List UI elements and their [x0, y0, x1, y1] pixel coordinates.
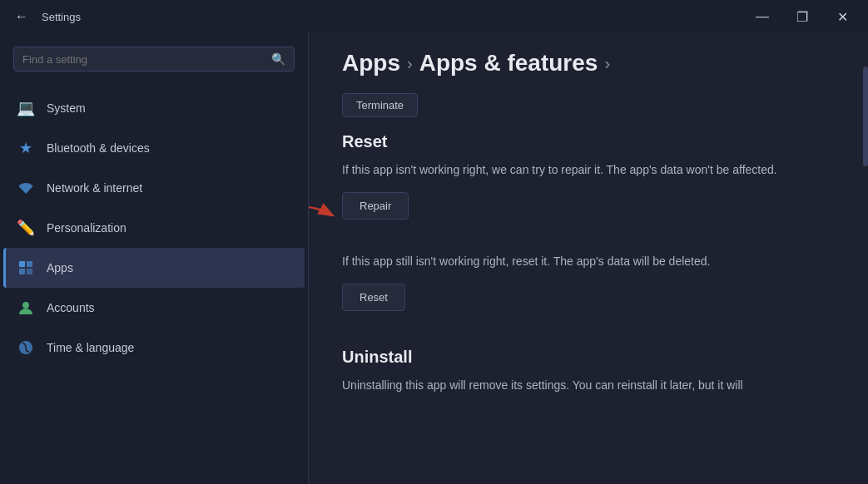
app-container: 🔍 💻 System ★ Bluetooth & devices Network…	[0, 33, 868, 484]
sidebar-item-system[interactable]: 💻 System	[3, 88, 305, 128]
sidebar-item-label-bluetooth: Bluetooth & devices	[47, 141, 150, 155]
sidebar-item-accounts[interactable]: Accounts	[3, 288, 305, 328]
reset-heading: Reset	[342, 132, 830, 151]
sidebar-item-label-personalization: Personalization	[47, 221, 126, 235]
sidebar-item-label-system: System	[47, 101, 86, 115]
minimize-icon: —	[756, 9, 769, 24]
back-button[interactable]: ←	[10, 5, 33, 28]
sidebar-item-label-apps: Apps	[47, 261, 73, 274]
maximize-button[interactable]: ❐	[783, 3, 821, 30]
reset-desc1: If this app isn't working right, we can …	[342, 161, 830, 179]
time-icon	[17, 338, 35, 357]
search-box[interactable]: 🔍	[13, 47, 295, 72]
sidebar-item-time[interactable]: Time & language	[3, 328, 305, 368]
uninstall-heading: Uninstall	[342, 348, 830, 367]
terminate-button[interactable]: Terminate	[342, 93, 418, 117]
apps-icon	[17, 259, 35, 277]
search-icon: 🔍	[271, 52, 285, 66]
titlebar-left: ← Settings	[10, 5, 81, 28]
sidebar-item-label-network: Network & internet	[47, 181, 142, 195]
repair-arrow-icon	[309, 203, 338, 226]
scrollbar-thumb[interactable]	[863, 67, 868, 166]
svg-rect-3	[27, 269, 32, 274]
titlebar-controls: — ❐ ✕	[743, 3, 861, 30]
repair-row: Repair	[342, 192, 830, 236]
breadcrumb-arrow: ›	[407, 54, 413, 73]
sidebar-item-bluetooth[interactable]: ★ Bluetooth & devices	[3, 128, 305, 168]
svg-rect-2	[19, 269, 25, 274]
system-icon: 💻	[17, 99, 35, 117]
search-input[interactable]	[22, 53, 265, 66]
scrollbar-track[interactable]	[863, 33, 868, 484]
terminate-area: Terminate	[342, 93, 830, 117]
bluetooth-icon: ★	[17, 139, 35, 157]
svg-point-4	[22, 302, 29, 309]
titlebar-title: Settings	[42, 11, 81, 23]
breadcrumb-arrow2: ›	[604, 54, 610, 73]
minimize-button[interactable]: —	[743, 3, 781, 30]
uninstall-section: Uninstall Uninstalling this app will rem…	[342, 348, 830, 394]
breadcrumb-parent[interactable]: Apps	[342, 50, 400, 77]
sidebar-item-network[interactable]: Network & internet	[3, 168, 305, 208]
reset-section: Reset If this app isn't working right, w…	[342, 132, 830, 328]
breadcrumb: Apps › Apps & features ›	[342, 33, 830, 93]
breadcrumb-child: Apps & features	[419, 50, 598, 77]
maximize-icon: ❐	[796, 9, 808, 25]
main-content: Apps › Apps & features › Terminate Reset…	[309, 33, 863, 484]
network-icon	[17, 179, 35, 197]
uninstall-desc: Uninstalling this app will remove its se…	[342, 377, 830, 394]
accounts-icon	[17, 299, 35, 317]
sidebar-item-apps[interactable]: Apps	[3, 248, 305, 288]
reset-desc2: If this app still isn't working right, r…	[342, 253, 830, 270]
sidebar-item-label-accounts: Accounts	[47, 301, 95, 314]
personalization-icon: ✏️	[17, 219, 35, 237]
close-button[interactable]: ✕	[823, 3, 861, 30]
sidebar: 🔍 💻 System ★ Bluetooth & devices Network…	[0, 33, 308, 484]
titlebar: ← Settings — ❐ ✕	[0, 0, 868, 33]
close-icon: ✕	[837, 9, 848, 25]
sidebar-item-personalization[interactable]: ✏️ Personalization	[3, 208, 305, 248]
svg-rect-1	[27, 261, 32, 267]
svg-rect-0	[19, 261, 25, 267]
back-icon: ←	[15, 9, 28, 24]
reset-button[interactable]: Reset	[342, 284, 405, 311]
repair-button[interactable]: Repair	[342, 192, 409, 220]
sidebar-item-label-time: Time & language	[47, 341, 134, 354]
